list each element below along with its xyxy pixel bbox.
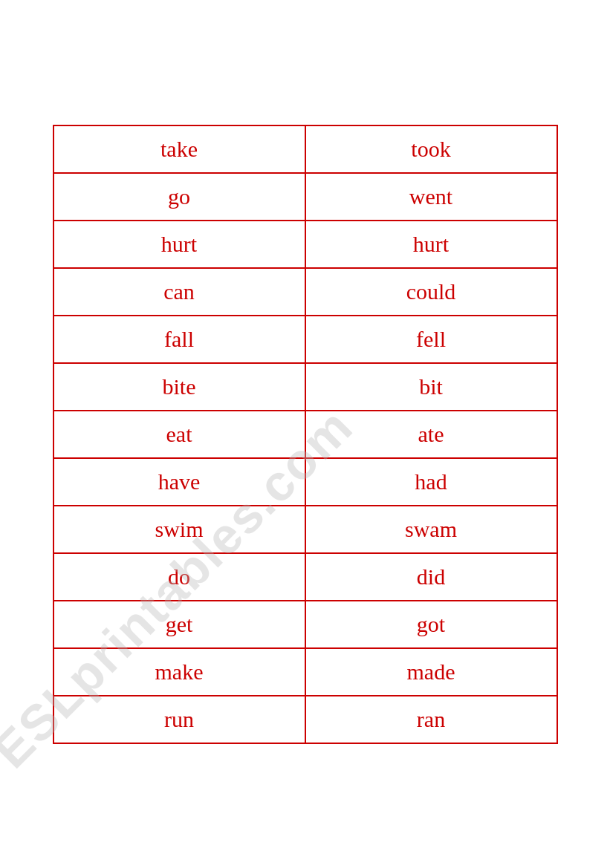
present-tense-cell: have [54,459,306,505]
present-tense-cell: take [54,126,306,172]
page: ESLprintables.com taketookgowenthurthurt… [0,0,610,868]
past-tense-cell: hurt [306,221,557,267]
past-tense-cell: swam [306,506,557,552]
table-row: dodid [54,554,557,601]
past-tense-cell: fell [306,316,557,362]
table-row: havehad [54,459,557,506]
present-tense-cell: get [54,601,306,647]
table-row: gowent [54,174,557,221]
present-tense-cell: run [54,696,306,743]
past-tense-cell: did [306,554,557,600]
present-tense-cell: make [54,649,306,695]
present-tense-cell: swim [54,506,306,552]
past-tense-cell: had [306,459,557,505]
table-row: fallfell [54,316,557,364]
past-tense-cell: took [306,126,557,172]
past-tense-cell: could [306,269,557,315]
present-tense-cell: hurt [54,221,306,267]
table-row: cancould [54,269,557,316]
verb-table: taketookgowenthurthurtcancouldfallfellbi… [53,125,558,744]
present-tense-cell: go [54,174,306,220]
present-tense-cell: can [54,269,306,315]
past-tense-cell: went [306,174,557,220]
past-tense-cell: bit [306,364,557,410]
table-row: getgot [54,601,557,649]
table-row: taketook [54,126,557,174]
present-tense-cell: fall [54,316,306,362]
past-tense-cell: ate [306,411,557,457]
table-row: eatate [54,411,557,459]
past-tense-cell: got [306,601,557,647]
table-row: hurthurt [54,221,557,269]
present-tense-cell: do [54,554,306,600]
past-tense-cell: ran [306,696,557,743]
past-tense-cell: made [306,649,557,695]
table-row: makemade [54,649,557,696]
table-row: bitebit [54,364,557,411]
table-row: swimswam [54,506,557,554]
present-tense-cell: bite [54,364,306,410]
table-row: runran [54,696,557,743]
present-tense-cell: eat [54,411,306,457]
